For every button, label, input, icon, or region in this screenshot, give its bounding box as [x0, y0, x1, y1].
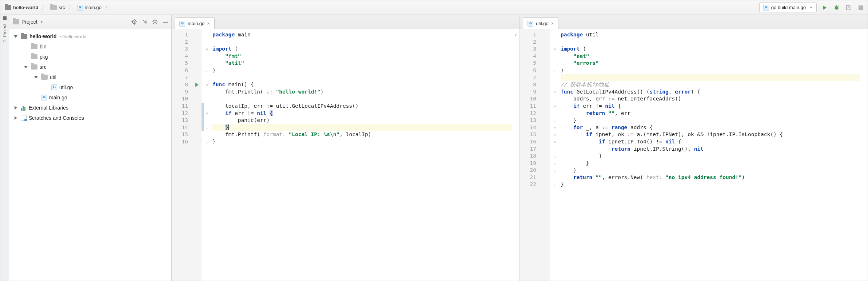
folder-icon: [31, 54, 37, 59]
tree-node[interactable]: hello-world~/hello-world: [9, 31, 171, 41]
tree-label: Scratches and Consoles: [29, 115, 84, 121]
line-gutter[interactable]: 12345678910111213141516: [172, 29, 192, 281]
folder-icon: [41, 75, 48, 80]
sidebar-header: Project ▼ ⇲ —: [9, 15, 171, 29]
editor-tabs: util.go×: [520, 15, 868, 29]
chevron-right-icon: 〉: [68, 4, 74, 11]
tree-label: src: [40, 64, 47, 70]
go-file-icon: [527, 21, 533, 27]
library-icon: [21, 105, 27, 111]
run-with-coverage-button[interactable]: [844, 3, 853, 12]
hide-icon[interactable]: —: [163, 19, 168, 25]
scratch-icon: [21, 115, 27, 121]
folder-icon: [21, 34, 27, 39]
tree-arrow[interactable]: [33, 76, 39, 79]
svg-line-19: [156, 23, 157, 24]
tree-arrow[interactable]: [13, 106, 19, 110]
go-file-icon: [51, 84, 57, 90]
run-gutter[interactable]: [540, 29, 550, 281]
breadcrumb-label: hello-world: [13, 5, 38, 10]
code-area[interactable]: 12345678910111213141516⊖⌞⊖⊖⌞⌞package mai…: [172, 29, 519, 281]
debug-button[interactable]: [832, 3, 841, 12]
tree-node[interactable]: Scratches and Consoles: [9, 113, 171, 123]
svg-line-20: [153, 23, 154, 24]
close-icon[interactable]: ×: [207, 21, 210, 26]
go-file-icon: [763, 5, 769, 11]
close-icon[interactable]: ×: [551, 21, 554, 26]
editor-tab[interactable]: main.go×: [175, 17, 215, 29]
tab-label: util.go: [536, 21, 549, 26]
editor-tabs: main.go×: [172, 15, 519, 29]
tab-label: main.go: [188, 21, 204, 26]
tree-label: util.go: [59, 84, 73, 90]
fold-gutter[interactable]: ⊖⌞⊖⊖⌞⌞: [204, 29, 210, 281]
run-line-icon[interactable]: [195, 83, 199, 87]
line-gutter[interactable]: 12345678910111213141516171819202122: [520, 29, 540, 281]
code-content[interactable]: package mainimport ( "fmt" "util")func m…: [210, 29, 512, 281]
locate-icon[interactable]: [131, 19, 137, 25]
tree-label: bin: [40, 44, 47, 50]
code-content[interactable]: package utilimport ( "net" "errors")// 获…: [558, 29, 860, 281]
breadcrumbs: hello-world 〉 src 〉 main.go 〉: [3, 4, 111, 11]
tree-node[interactable]: util: [9, 72, 171, 82]
ide-window: hello-world 〉 src 〉 main.go 〉 go build m…: [0, 0, 868, 281]
chevron-down-icon: ▼: [809, 6, 813, 9]
run-config-selector[interactable]: go build main.go ▼: [759, 3, 817, 12]
tree-label: util: [50, 74, 56, 80]
tool-strip-marker-icon: [3, 16, 7, 20]
chevron-down-icon: ▼: [40, 20, 43, 24]
tree-hint: ~/hello-world: [60, 34, 87, 39]
folder-icon: [31, 44, 37, 49]
tree-label: External Libraries: [29, 105, 68, 111]
svg-point-8: [134, 21, 135, 23]
project-tree[interactable]: hello-world~/hello-worldbinpkgsrcutiluti…: [9, 29, 171, 281]
inspection-gutter: [860, 29, 868, 281]
editor-pane: main.go×12345678910111213141516⊖⌞⊖⊖⌞⌞pac…: [172, 15, 520, 281]
folder-icon: [5, 5, 11, 10]
check-icon: ✓: [514, 31, 517, 38]
folder-icon: [50, 5, 57, 10]
chevron-right-icon: 〉: [105, 4, 110, 11]
tool-window-tab-project[interactable]: 1: Project: [2, 24, 7, 42]
code-area[interactable]: 12345678910111213141516171819202122⊖⌞⊖⊖⌞…: [520, 29, 868, 281]
editor-tab[interactable]: util.go×: [523, 17, 558, 29]
tree-label: main.go: [49, 95, 67, 100]
breadcrumb-item-project[interactable]: hello-world: [3, 4, 40, 11]
run-button[interactable]: [820, 3, 829, 12]
body: 1: Project Project ▼ ⇲ —: [0, 15, 868, 281]
tool-strip-left: 1: Project: [0, 15, 9, 281]
tree-node[interactable]: main.go: [9, 92, 171, 103]
run-gutter[interactable]: [192, 29, 202, 281]
svg-point-13: [154, 21, 156, 23]
breadcrumb-item-src[interactable]: src: [49, 4, 66, 11]
sidebar-view-selector[interactable]: Project ▼: [13, 19, 43, 25]
tree-arrow[interactable]: [13, 116, 19, 120]
svg-line-18: [153, 20, 154, 21]
breadcrumb-label: main.go: [85, 5, 101, 10]
tree-node[interactable]: src: [9, 62, 171, 72]
svg-line-21: [156, 20, 157, 21]
top-actions: go build main.go ▼: [759, 3, 865, 12]
tree-node[interactable]: pkg: [9, 52, 171, 62]
editor-pane: util.go×12345678910111213141516171819202…: [520, 15, 868, 281]
tree-label: pkg: [40, 54, 48, 60]
gear-icon[interactable]: [152, 19, 158, 25]
tree-node[interactable]: util.go: [9, 82, 171, 92]
breadcrumb-label: src: [59, 5, 65, 10]
expand-all-icon[interactable]: ⇲: [142, 19, 147, 25]
tree-arrow[interactable]: [13, 35, 19, 38]
tree-node[interactable]: External Libraries: [9, 103, 171, 113]
run-config-label: go build main.go: [771, 5, 806, 10]
svg-line-4: [835, 6, 836, 7]
breadcrumb-item-file[interactable]: main.go: [76, 4, 103, 11]
go-file-icon: [179, 21, 185, 27]
svg-point-0: [835, 6, 838, 9]
stop-button[interactable]: [856, 3, 865, 12]
go-file-icon: [77, 5, 83, 11]
editor-area: main.go×12345678910111213141516⊖⌞⊖⊖⌞⌞pac…: [172, 15, 868, 281]
svg-rect-6: [859, 5, 863, 10]
tree-node[interactable]: bin: [9, 41, 171, 52]
tree-arrow[interactable]: [23, 66, 29, 68]
chevron-right-icon: 〉: [41, 4, 47, 11]
fold-gutter[interactable]: ⊖⌞⊖⊖⌞⊖⊖⊖⌞⌞⌞⌞: [552, 29, 558, 281]
